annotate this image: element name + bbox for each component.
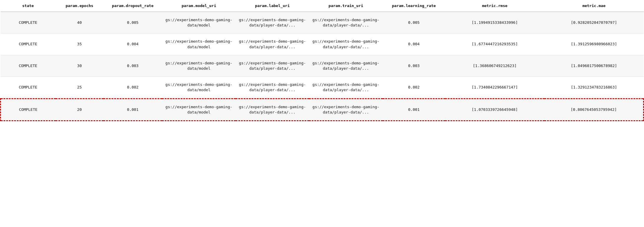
cell-label_uri: gs://experiments-demo-gaming-data/player…: [236, 34, 309, 55]
cell-model_uri: gs://experiments-demo-gaming-data/model: [162, 99, 235, 121]
cell-model_uri: gs://experiments-demo-gaming-data/model: [162, 77, 235, 99]
cell-model_uri: gs://experiments-demo-gaming-data/model: [162, 12, 235, 34]
cell-dropout_rate: 0.002: [103, 77, 162, 99]
cell-model_uri: gs://experiments-demo-gaming-data/model: [162, 34, 235, 55]
cell-epochs: 40: [56, 12, 103, 34]
cell-train_uri: gs://experiments-demo-gaming-data/player…: [309, 99, 382, 121]
column-header-train_uri: param.train_uri: [309, 0, 382, 12]
cell-mae: [1.0496017500678982]: [544, 55, 644, 76]
cell-mae: [0.8067645053795942]: [544, 99, 644, 121]
table-header-row: stateparam.epochsparam.dropout_rateparam…: [1, 0, 644, 12]
column-header-epochs: param.epochs: [56, 0, 103, 12]
cell-rmse: [1.368606749212623]: [445, 55, 544, 76]
cell-label_uri: gs://experiments-demo-gaming-data/player…: [236, 99, 309, 121]
cell-epochs: 20: [56, 99, 103, 121]
cell-label_uri: gs://experiments-demo-gaming-data/player…: [236, 77, 309, 99]
cell-state: COMPLETE: [1, 34, 56, 55]
cell-state: COMPLETE: [1, 55, 56, 76]
column-header-dropout_rate: param.dropout_rate: [103, 0, 162, 12]
cell-label_uri: gs://experiments-demo-gaming-data/player…: [236, 12, 309, 34]
cell-learning_rate: 0.003: [383, 55, 445, 76]
cell-train_uri: gs://experiments-demo-gaming-data/player…: [309, 55, 382, 76]
cell-dropout_rate: 0.004: [103, 34, 162, 55]
table-row[interactable]: COMPLETE350.004gs://experiments-demo-gam…: [1, 34, 644, 55]
table-row[interactable]: COMPLETE250.002gs://experiments-demo-gam…: [1, 77, 644, 99]
column-header-mae: metric.mae: [544, 0, 644, 12]
table-row[interactable]: COMPLETE200.001gs://experiments-demo-gam…: [1, 99, 644, 121]
column-header-label_uri: param.label_uri: [236, 0, 309, 12]
main-table-container: stateparam.epochsparam.dropout_rateparam…: [0, 0, 644, 121]
cell-state: COMPLETE: [1, 77, 56, 99]
column-header-rmse: metric.rmse: [445, 0, 544, 12]
cell-epochs: 30: [56, 55, 103, 76]
cell-train_uri: gs://experiments-demo-gaming-data/player…: [309, 12, 382, 34]
cell-state: COMPLETE: [1, 12, 56, 34]
cell-mae: [0.9282052047070797]: [544, 12, 644, 34]
column-header-learning_rate: param.learning_rate: [383, 0, 445, 12]
cell-rmse: [1.6774447216293535]: [445, 34, 544, 55]
cell-dropout_rate: 0.001: [103, 99, 162, 121]
cell-epochs: 35: [56, 34, 103, 55]
cell-label_uri: gs://experiments-demo-gaming-data/player…: [236, 55, 309, 76]
cell-train_uri: gs://experiments-demo-gaming-data/player…: [309, 34, 382, 55]
table-row[interactable]: COMPLETE400.005gs://experiments-demo-gam…: [1, 12, 644, 34]
cell-model_uri: gs://experiments-demo-gaming-data/model: [162, 55, 235, 76]
cell-dropout_rate: 0.005: [103, 12, 162, 34]
cell-learning_rate: 0.005: [383, 12, 445, 34]
cell-dropout_rate: 0.003: [103, 55, 162, 76]
cell-rmse: [1.7340842296667147]: [445, 77, 544, 99]
table-row[interactable]: COMPLETE300.003gs://experiments-demo-gam…: [1, 55, 644, 76]
cell-epochs: 25: [56, 77, 103, 99]
experiments-table: stateparam.epochsparam.dropout_rateparam…: [0, 0, 644, 121]
cell-rmse: [1.1994915338433996]: [445, 12, 544, 34]
cell-rmse: [1.0703339726645948]: [445, 99, 544, 121]
cell-learning_rate: 0.001: [383, 99, 445, 121]
cell-state: COMPLETE: [1, 99, 56, 121]
cell-mae: [1.3291234783216863]: [544, 77, 644, 99]
column-header-state: state: [1, 0, 56, 12]
cell-mae: [1.3912596980966023]: [544, 34, 644, 55]
cell-learning_rate: 0.002: [383, 77, 445, 99]
column-header-model_uri: param.model_uri: [162, 0, 235, 12]
cell-learning_rate: 0.004: [383, 34, 445, 55]
cell-train_uri: gs://experiments-demo-gaming-data/player…: [309, 77, 382, 99]
